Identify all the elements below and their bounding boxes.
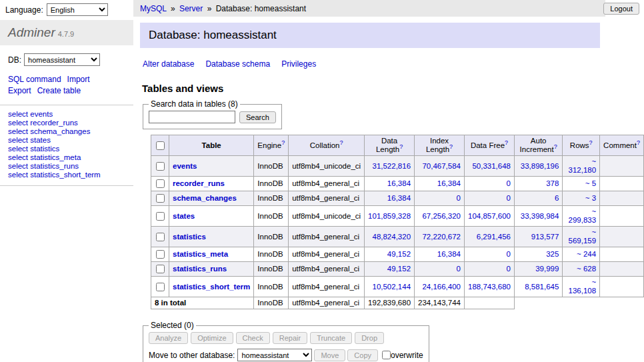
select-table-link[interactable]: select [8, 162, 28, 170]
db-select[interactable]: homeassistant [24, 53, 100, 66]
data-length-link[interactable]: 49,152 [387, 265, 411, 273]
rows-count-link[interactable]: ~ 628 [577, 265, 596, 273]
row-checkbox[interactable] [156, 250, 165, 259]
table-structure-link[interactable]: schema_changes [30, 127, 90, 135]
alter-database-link[interactable]: Alter database [143, 59, 194, 69]
rows-count-link[interactable]: ~ 136,108 [569, 278, 597, 295]
rows-count-link[interactable]: ~ 244 [577, 250, 596, 258]
row-checkbox[interactable] [156, 233, 165, 241]
index-length-link[interactable]: 16,384 [437, 179, 461, 187]
data-length-link[interactable]: 101,859,328 [368, 212, 411, 220]
data-free-link[interactable]: 50,331,648 [472, 162, 511, 170]
column-header-engine[interactable]: Engine? [254, 135, 289, 156]
search-button[interactable]: Search [239, 111, 276, 123]
import-link[interactable]: Import [67, 75, 90, 84]
search-input[interactable] [149, 111, 235, 123]
column-help-link[interactable]: ? [637, 139, 640, 146]
data-free-link[interactable]: 188,743,680 [468, 283, 511, 291]
column-help-link[interactable]: ? [449, 143, 453, 150]
data-free-link[interactable]: 6,291,456 [477, 233, 511, 241]
index-length-link[interactable]: 72,220,672 [422, 233, 461, 241]
truncate-button[interactable]: Truncate [310, 332, 352, 344]
data-length-link[interactable]: 31,522,816 [372, 162, 411, 170]
data-free-link[interactable]: 0 [507, 179, 511, 187]
sql-command-link[interactable]: SQL command [8, 75, 61, 84]
database-schema-link[interactable]: Database schema [205, 59, 270, 69]
rows-count-link[interactable]: ~ 3 [585, 194, 596, 202]
data-free-link[interactable]: 0 [507, 250, 511, 258]
column-help-link[interactable]: ? [281, 139, 285, 146]
column-help-link[interactable]: ? [399, 143, 403, 150]
data-free-link[interactable]: 104,857,600 [468, 212, 511, 220]
select-table-link[interactable]: select [8, 136, 28, 144]
auto-increment-link[interactable]: 6 [555, 194, 559, 202]
column-header-collation[interactable]: Collation? [289, 135, 365, 156]
move-db-select[interactable]: homeassistant [237, 349, 312, 361]
repair-button[interactable]: Repair [273, 332, 307, 344]
column-header-rows[interactable]: Rows? [563, 135, 600, 156]
column-help-link[interactable]: ? [554, 143, 557, 150]
select-table-link[interactable]: select [8, 110, 28, 118]
table-name-link[interactable]: statistics [173, 233, 206, 241]
table-name-link[interactable]: states [173, 212, 195, 220]
overwrite-checkbox[interactable] [382, 351, 391, 359]
copy-button[interactable]: Copy [347, 349, 378, 361]
data-free-link[interactable]: 0 [507, 194, 511, 202]
auto-increment-link[interactable]: 325 [546, 250, 559, 258]
index-length-link[interactable]: 67,256,320 [422, 212, 461, 220]
row-checkbox[interactable] [156, 265, 165, 273]
row-checkbox[interactable] [156, 194, 165, 203]
auto-increment-link[interactable]: 378 [546, 179, 559, 187]
row-checkbox[interactable] [156, 179, 165, 188]
export-link[interactable]: Export [8, 86, 31, 95]
breadcrumb-server-link[interactable]: Server [179, 4, 203, 13]
column-header-index-length[interactable]: Index Length? [415, 135, 465, 156]
index-length-link[interactable]: 70,467,584 [422, 162, 461, 170]
select-table-link[interactable]: select [8, 145, 28, 153]
row-checkbox[interactable] [156, 283, 165, 291]
rows-count-link[interactable]: ~ 5 [585, 179, 596, 187]
table-structure-link[interactable]: statistics_short_term [30, 171, 100, 179]
index-length-link[interactable]: 0 [457, 265, 461, 273]
drop-button[interactable]: Drop [355, 332, 384, 344]
data-length-link[interactable]: 16,384 [387, 179, 411, 187]
table-structure-link[interactable]: statistics [30, 145, 59, 153]
select-table-link[interactable]: select [8, 127, 28, 135]
table-structure-link[interactable]: statistics_runs [30, 162, 79, 170]
table-structure-link[interactable]: states [30, 136, 51, 144]
index-length-link[interactable]: 24,166,400 [422, 283, 461, 291]
language-select[interactable]: English [47, 3, 108, 16]
select-table-link[interactable]: select [8, 171, 28, 179]
select-all-checkbox[interactable] [156, 141, 165, 150]
column-help-link[interactable]: ? [505, 139, 508, 146]
data-free-link[interactable]: 0 [507, 265, 511, 273]
table-structure-link[interactable]: statistics_meta [30, 153, 81, 161]
auto-increment-link[interactable]: 8,581,645 [525, 283, 559, 291]
auto-increment-link[interactable]: 39,999 [535, 265, 559, 273]
auto-increment-link[interactable]: 913,577 [531, 233, 559, 241]
data-length-link[interactable]: 48,824,320 [372, 233, 411, 241]
table-name-link[interactable]: statistics_runs [173, 265, 227, 273]
analyze-button[interactable]: Analyze [149, 332, 188, 344]
table-name-link[interactable]: recorder_runs [173, 179, 225, 187]
data-length-link[interactable]: 49,152 [387, 250, 411, 258]
table-structure-link[interactable]: events [30, 110, 53, 118]
auto-increment-link[interactable]: 33,398,984 [521, 212, 559, 220]
row-checkbox[interactable] [156, 162, 165, 171]
breadcrumb-mysql-link[interactable]: MySQL [140, 4, 167, 13]
logout-button[interactable]: Logout [603, 3, 639, 15]
table-name-link[interactable]: statistics_short_term [173, 283, 250, 291]
index-length-link[interactable]: 0 [457, 194, 461, 202]
column-header-auto-increment[interactable]: Auto Increment? [514, 135, 562, 156]
column-help-link[interactable]: ? [589, 139, 593, 146]
select-table-link[interactable]: select [8, 119, 28, 127]
check-button[interactable]: Check [236, 332, 270, 344]
column-header-table[interactable]: Table [169, 135, 254, 156]
column-header-comment[interactable]: Comment? [600, 135, 644, 156]
overwrite-option[interactable]: overwrite [382, 351, 423, 360]
column-header-data-free[interactable]: Data Free? [465, 135, 515, 156]
column-help-link[interactable]: ? [339, 139, 343, 146]
move-button[interactable]: Move [314, 349, 345, 361]
data-length-link[interactable]: 10,502,144 [372, 283, 411, 291]
table-name-link[interactable]: statistics_meta [173, 250, 228, 258]
